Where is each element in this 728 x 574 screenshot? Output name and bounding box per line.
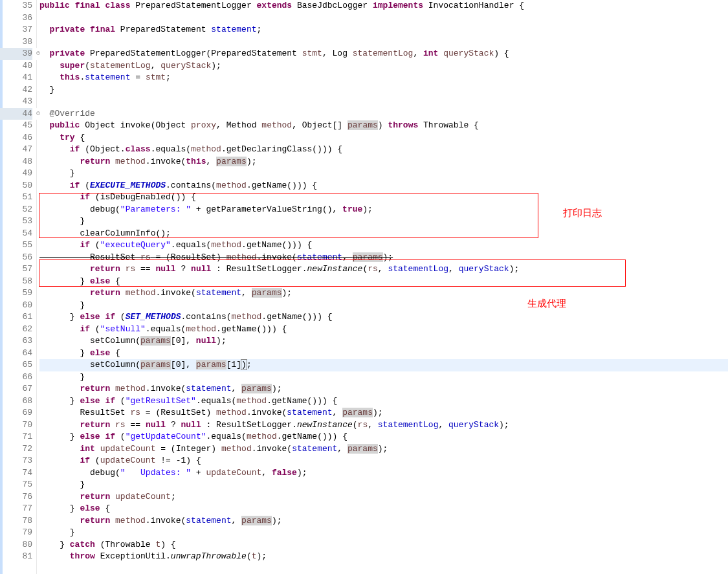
code-line[interactable]: private PreparedStatementLogger(Prepared…	[39, 48, 728, 60]
line-number: 74	[0, 467, 32, 480]
code-line[interactable]: clearColumnInfo();	[39, 228, 728, 240]
line-number: 41	[0, 72, 32, 84]
code-line[interactable]: this.statement = stmt;	[39, 72, 728, 84]
line-number: 37	[0, 24, 32, 36]
code-line[interactable]: } else if ("getUpdateCount".equals(metho…	[39, 431, 728, 443]
line-number: 62	[0, 324, 32, 336]
code-line[interactable]: public Object invoke(Object proxy, Metho…	[39, 120, 728, 132]
line-number: 58	[0, 276, 32, 288]
code-line[interactable]: if ("setNull".equals(method.getName())) …	[39, 324, 728, 336]
code-line[interactable]: try {	[39, 132, 728, 144]
line-number: 48	[0, 156, 32, 168]
line-number: 64	[0, 348, 32, 360]
line-number: 42	[0, 84, 32, 96]
line-number: 69	[0, 407, 32, 419]
code-line[interactable]: }	[39, 215, 728, 228]
code-editor[interactable]: 35 36 37 38 39 40 41 42 43 44 45 46 47 4…	[0, 0, 728, 574]
code-line[interactable]: return method.invoke(statement, params);	[39, 383, 728, 395]
code-line[interactable]: if (updateCount != -1) {	[39, 455, 728, 467]
line-number: 61	[0, 311, 32, 324]
line-number: 59	[0, 287, 32, 300]
line-number: 72	[0, 443, 32, 456]
code-line[interactable]: int updateCount = (Integer) method.invok…	[39, 443, 728, 456]
line-number: 71	[0, 431, 32, 443]
code-line[interactable]: setColumn(params[0], null);	[39, 335, 728, 348]
code-line[interactable]: }	[39, 479, 728, 491]
code-line[interactable]: throw ExceptionUtil.unwrapThrowable(t);	[39, 551, 728, 563]
annotation-label-log: 打印日志	[563, 207, 602, 219]
line-number: 80	[0, 539, 32, 551]
code-line[interactable]: } else {	[39, 276, 728, 288]
code-line[interactable]: if (isDebugEnabled()) {	[39, 192, 728, 204]
code-line[interactable]: public final class PreparedStatementLogg…	[39, 0, 728, 12]
line-number: 45	[0, 120, 32, 132]
line-number: 76	[0, 491, 32, 503]
code-line[interactable]: private final PreparedStatement statemen…	[39, 24, 728, 36]
code-line[interactable]: }	[39, 84, 728, 96]
line-number: 73	[0, 455, 32, 467]
line-number: 52	[0, 204, 32, 216]
line-number: 65	[0, 359, 32, 371]
annotation-label-proxy: 生成代理	[527, 298, 566, 310]
line-number: 50	[0, 180, 32, 192]
line-number: 36	[0, 12, 32, 25]
line-number: 67	[0, 383, 32, 395]
code-line[interactable]: debug("Parameters: " + getParameterValue…	[39, 204, 728, 216]
line-number: 44	[0, 108, 32, 120]
code-line[interactable]: }	[39, 300, 728, 312]
line-number: 63	[0, 335, 32, 348]
code-line[interactable]: debug(" Updates: " + updateCount, false)…	[39, 467, 728, 480]
code-line[interactable]: } else if ("getResultSet".equals(method.…	[39, 395, 728, 408]
line-number: 57	[0, 263, 32, 276]
line-number: 39	[0, 48, 32, 60]
code-line[interactable]	[39, 36, 728, 49]
line-number: 49	[0, 168, 32, 180]
line-number: 77	[0, 503, 32, 515]
line-number-gutter: 35 36 37 38 39 40 41 42 43 44 45 46 47 4…	[0, 0, 37, 574]
line-number: 55	[0, 239, 32, 252]
line-number: 54	[0, 228, 32, 240]
line-number: 51	[0, 192, 32, 204]
code-line[interactable]: return method.invoke(statement, params);	[39, 515, 728, 527]
code-line[interactable]: if (Object.class.equals(method.getDeclar…	[39, 144, 728, 156]
line-number: 78	[0, 515, 32, 527]
line-number: 70	[0, 419, 32, 432]
line-number: 35	[0, 0, 32, 12]
code-line[interactable]: ResultSet rs = (ResultSet) method.invoke…	[39, 407, 728, 419]
code-area[interactable]: public final class PreparedStatementLogg…	[37, 0, 728, 574]
line-number: 75	[0, 479, 32, 491]
line-number: 56	[0, 252, 32, 264]
code-line[interactable]: @Override	[39, 108, 728, 120]
code-line[interactable]: return method.invoke(statement, params);	[39, 287, 728, 300]
line-number: 53	[0, 215, 32, 228]
line-number: 40	[0, 60, 32, 72]
line-number: 47	[0, 144, 32, 156]
line-number: 68	[0, 395, 32, 408]
line-number: 43	[0, 96, 32, 108]
code-line[interactable]: return method.invoke(this, params);	[39, 156, 728, 168]
code-line[interactable]: ResultSet rs = (ResultSet) method.invoke…	[39, 252, 728, 264]
line-number: 46	[0, 132, 32, 144]
code-line[interactable]: super(statementLog, queryStack);	[39, 60, 728, 72]
code-line[interactable]: }	[39, 371, 728, 384]
line-number: 38	[0, 36, 32, 49]
line-number: 81	[0, 551, 32, 563]
code-line[interactable]: return rs == null ? null : ResultSetLogg…	[39, 263, 728, 276]
line-number: 79	[0, 527, 32, 539]
code-line[interactable]: if ("executeQuery".equals(method.getName…	[39, 239, 728, 252]
code-line-current[interactable]: setColumn(params[0], params[1]);	[39, 359, 728, 371]
code-line[interactable]: } catch (Throwable t) {	[39, 539, 728, 551]
code-line[interactable]: } else if (SET_METHODS.contains(method.g…	[39, 311, 728, 324]
code-line[interactable]: return updateCount;	[39, 491, 728, 503]
code-line[interactable]: } else {	[39, 503, 728, 515]
code-line[interactable]: } else {	[39, 348, 728, 360]
code-line[interactable]: }	[39, 168, 728, 180]
code-line[interactable]	[39, 12, 728, 25]
line-number: 60	[0, 300, 32, 312]
code-line[interactable]	[39, 96, 728, 108]
code-line[interactable]: }	[39, 527, 728, 539]
code-line[interactable]: return rs == null ? null : ResultSetLogg…	[39, 419, 728, 432]
line-number: 66	[0, 371, 32, 384]
code-line[interactable]: if (EXECUTE_METHODS.contains(method.getN…	[39, 180, 728, 192]
